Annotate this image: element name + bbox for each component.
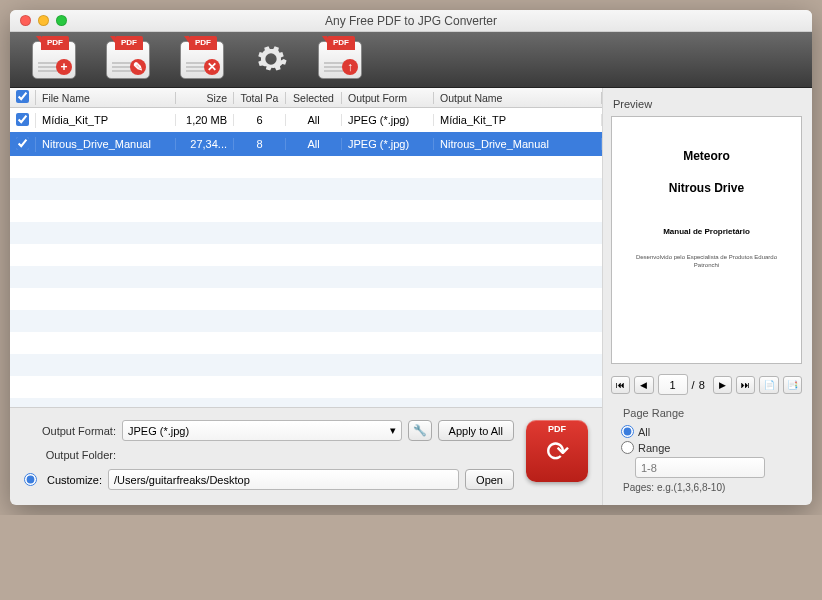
col-selected[interactable]: Selected: [286, 92, 342, 104]
x-icon: ✕: [204, 59, 220, 75]
plus-icon: +: [56, 59, 72, 75]
current-page-input[interactable]: [658, 374, 688, 395]
file-table: File Name Size Total Pa Selected Output …: [10, 88, 602, 408]
up-arrow-icon: ↑: [342, 59, 358, 75]
output-folder-input[interactable]: [108, 469, 459, 490]
page-range-all-radio[interactable]: [621, 425, 634, 438]
add-file-button[interactable]: PDF +: [32, 41, 76, 79]
col-output-format[interactable]: Output Form: [342, 92, 434, 104]
page-range-group: Page Range All Range Pages: e.g.(1,3,6,8…: [611, 407, 802, 493]
customize-folder-radio[interactable]: [24, 473, 37, 486]
format-settings-button[interactable]: 🔧: [408, 420, 432, 441]
page-export-button[interactable]: 📑: [783, 376, 802, 394]
table-row[interactable]: Mídia_Kit_TP1,20 MB6AllJPEG (*.jpg)Mídia…: [10, 108, 602, 132]
window-controls: [10, 15, 67, 26]
row-checkbox[interactable]: [16, 113, 29, 126]
edit-file-button[interactable]: PDF ✎: [106, 41, 150, 79]
chevron-down-icon: ▾: [390, 424, 396, 437]
select-all-checkbox[interactable]: [16, 90, 29, 103]
toolbar: PDF + PDF ✎ PDF ✕ PDF ↑: [10, 32, 812, 88]
window-title: Any Free PDF to JPG Converter: [10, 14, 812, 28]
col-filename[interactable]: File Name: [36, 92, 176, 104]
app-window: Any Free PDF to JPG Converter PDF + PDF …: [10, 10, 812, 505]
page-range-custom-radio[interactable]: [621, 441, 634, 454]
apply-to-all-button[interactable]: Apply to All: [438, 420, 514, 441]
open-folder-button[interactable]: Open: [465, 469, 514, 490]
remove-file-button[interactable]: PDF ✕: [180, 41, 224, 79]
col-total-pages[interactable]: Total Pa: [234, 92, 286, 104]
last-page-button[interactable]: ⏭: [736, 376, 755, 394]
settings-button[interactable]: [254, 42, 288, 78]
output-panel: Output Format: JPEG (*.jpg) ▾ 🔧 Apply to…: [10, 408, 602, 502]
page-range-hint: Pages: e.g.(1,3,6,8-10): [623, 482, 802, 493]
output-folder-label: Output Folder:: [24, 449, 116, 461]
prev-page-button[interactable]: ◀: [634, 376, 653, 394]
preview-pager: ⏮ ◀ / 8 ▶ ⏭ 📄 📑: [611, 374, 802, 395]
convert-button[interactable]: PDF ⟳: [526, 420, 588, 482]
first-page-button[interactable]: ⏮: [611, 376, 630, 394]
preview-label: Preview: [613, 98, 802, 110]
col-size[interactable]: Size: [176, 92, 234, 104]
output-format-select[interactable]: JPEG (*.jpg) ▾: [122, 420, 402, 441]
next-page-button[interactable]: ▶: [713, 376, 732, 394]
wrench-icon: 🔧: [413, 424, 427, 436]
page-range-input[interactable]: [635, 457, 765, 478]
close-window-button[interactable]: [20, 15, 31, 26]
output-format-label: Output Format:: [24, 425, 116, 437]
customize-radio-label: Customize:: [47, 474, 102, 486]
table-header: File Name Size Total Pa Selected Output …: [10, 88, 602, 108]
pencil-icon: ✎: [130, 59, 146, 75]
col-output-name[interactable]: Output Name: [434, 92, 602, 104]
titlebar: Any Free PDF to JPG Converter: [10, 10, 812, 32]
minimize-window-button[interactable]: [38, 15, 49, 26]
gear-icon: [254, 42, 288, 76]
table-row[interactable]: Nitrous_Drive_Manual27,34...8AllJPEG (*.…: [10, 132, 602, 156]
total-pages: 8: [699, 379, 705, 391]
row-checkbox[interactable]: [16, 137, 29, 150]
page-view-button[interactable]: 📄: [759, 376, 778, 394]
convert-arrows-icon: ⟳: [546, 435, 569, 468]
preview-page: Meteoro Nitrous Drive Manual de Propriet…: [611, 116, 802, 364]
export-button[interactable]: PDF ↑: [318, 41, 362, 79]
zoom-window-button[interactable]: [56, 15, 67, 26]
